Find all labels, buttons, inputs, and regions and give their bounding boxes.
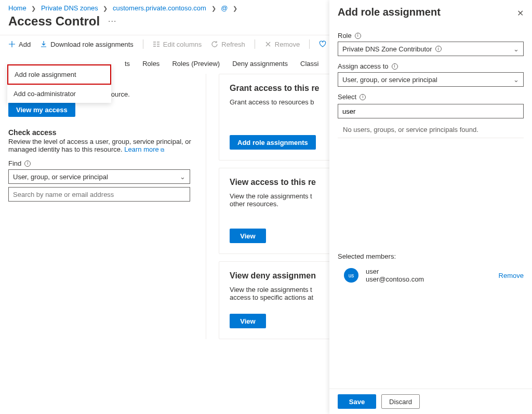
learn-more-label: Learn more bbox=[124, 145, 158, 153]
tab-classic-cut[interactable]: Classi bbox=[300, 55, 318, 73]
breadcrumb-home[interactable]: Home bbox=[8, 4, 26, 12]
assign-select-value: User, group, or service principal bbox=[342, 76, 437, 84]
tab-deny-assignments[interactable]: Deny assignments bbox=[232, 55, 288, 73]
refresh-button[interactable]: Refresh bbox=[211, 41, 245, 48]
columns-icon bbox=[153, 41, 160, 48]
find-label: Find i bbox=[8, 159, 193, 167]
chevron-down-icon: ⌄ bbox=[180, 173, 185, 181]
info-icon[interactable]: i bbox=[360, 94, 366, 100]
edit-columns-label: Edit columns bbox=[163, 41, 202, 48]
close-icon[interactable]: ✕ bbox=[517, 8, 524, 18]
chevron-down-icon: ⌄ bbox=[513, 76, 519, 84]
find-label-text: Find bbox=[8, 159, 21, 167]
role-select[interactable]: Private DNS Zone Contributori ⌄ bbox=[338, 42, 524, 56]
panel-footer: Save Discard bbox=[329, 389, 532, 414]
role-select-value: Private DNS Zone Contributor bbox=[342, 45, 432, 53]
chevron-right-icon: ❯ bbox=[211, 5, 216, 12]
member-email: user@contoso.com bbox=[366, 275, 424, 283]
more-icon[interactable]: ··· bbox=[108, 17, 116, 26]
role-label-text: Role bbox=[338, 32, 352, 39]
tab-roles-preview[interactable]: Roles (Preview) bbox=[172, 55, 220, 73]
learn-more-link[interactable]: Learn more⧉ bbox=[124, 145, 164, 153]
plus-icon bbox=[8, 41, 16, 48]
breadcrumb-dns-zones[interactable]: Private DNS zones bbox=[41, 4, 98, 12]
card-desc-line2: access to specific actions at bbox=[230, 293, 313, 301]
add-role-assignment-panel: Add role assignment ✕ Role i Private DNS… bbox=[329, 0, 532, 414]
menu-add-co-administrator[interactable]: Add co-administrator bbox=[7, 85, 111, 103]
view-my-access-button[interactable]: View my access bbox=[8, 102, 75, 117]
refresh-icon bbox=[211, 41, 218, 48]
save-button[interactable]: Save bbox=[338, 394, 376, 409]
heart-icon bbox=[319, 41, 326, 48]
chevron-right-icon: ❯ bbox=[233, 5, 237, 12]
left-column: My access View my level of access to thi… bbox=[8, 74, 206, 339]
separator bbox=[143, 39, 143, 49]
select-input[interactable] bbox=[338, 104, 524, 118]
selected-members-label: Selected members: bbox=[338, 252, 524, 260]
remove-button[interactable]: Remove bbox=[264, 41, 300, 48]
card-desc-line2: other resources. bbox=[230, 200, 278, 208]
member-info: user user@contoso.com bbox=[366, 268, 424, 283]
add-dropdown: Add role assignment Add co-administrator bbox=[7, 64, 111, 103]
find-select-value: User, group, or service principal bbox=[13, 173, 108, 181]
refresh-label: Refresh bbox=[221, 41, 245, 48]
info-icon[interactable]: i bbox=[355, 33, 361, 39]
breadcrumb-at[interactable]: @ bbox=[221, 4, 228, 12]
add-button[interactable]: Add bbox=[8, 41, 31, 48]
breadcrumb-zone[interactable]: customers.private.contoso.com bbox=[113, 4, 206, 12]
add-role-assignments-button[interactable]: Add role assignments bbox=[230, 135, 316, 150]
find-search-input[interactable] bbox=[8, 187, 190, 202]
info-icon[interactable]: i bbox=[392, 63, 398, 70]
separator bbox=[255, 39, 255, 49]
check-access-desc: Review the level of access a user, group… bbox=[8, 138, 193, 153]
remove-label: Remove bbox=[275, 41, 300, 48]
member-name: user bbox=[366, 268, 424, 275]
info-icon[interactable]: i bbox=[24, 161, 31, 167]
check-access-title: Check access bbox=[8, 128, 193, 137]
edit-columns-button[interactable]: Edit columns bbox=[153, 41, 202, 48]
page-title: Access Control bbox=[8, 14, 100, 29]
remove-icon bbox=[264, 41, 272, 48]
external-link-icon: ⧉ bbox=[161, 147, 164, 153]
select-label-text: Select bbox=[338, 93, 356, 101]
selected-member-row: us user user@contoso.com Remove bbox=[338, 268, 524, 283]
card-desc-line1: View the role assignments t bbox=[230, 192, 312, 200]
chevron-right-icon: ❯ bbox=[31, 5, 36, 12]
no-results-text: No users, groups, or service principals … bbox=[343, 126, 524, 133]
feedback-button[interactable] bbox=[319, 41, 326, 48]
card-desc-line1: View the role assignments t bbox=[230, 286, 312, 293]
download-label: Download role assignments bbox=[50, 41, 134, 48]
chevron-down-icon: ⌄ bbox=[513, 45, 519, 53]
assign-access-label: Assign access to i bbox=[338, 62, 524, 70]
info-icon[interactable]: i bbox=[435, 46, 442, 52]
assign-label-text: Assign access to bbox=[338, 62, 389, 70]
separator bbox=[309, 39, 310, 49]
select-label: Select i bbox=[338, 93, 524, 101]
download-button[interactable]: Download role assignments bbox=[40, 41, 134, 48]
role-label: Role i bbox=[338, 32, 524, 39]
discard-button[interactable]: Discard bbox=[381, 394, 420, 409]
chevron-right-icon: ❯ bbox=[103, 5, 108, 12]
download-icon bbox=[40, 41, 47, 48]
assign-access-select[interactable]: User, group, or service principal ⌄ bbox=[338, 72, 524, 87]
panel-title: Add role assignment bbox=[338, 6, 441, 18]
avatar: us bbox=[344, 268, 358, 283]
tab-assignments-cut[interactable]: ts bbox=[125, 55, 130, 73]
tab-roles[interactable]: Roles bbox=[142, 55, 159, 73]
menu-add-role-assignment[interactable]: Add role assignment bbox=[7, 64, 111, 85]
view-access-button[interactable]: View bbox=[230, 229, 266, 243]
find-type-select[interactable]: User, group, or service principal ⌄ bbox=[8, 169, 190, 184]
remove-member-link[interactable]: Remove bbox=[499, 272, 524, 279]
view-deny-button[interactable]: View bbox=[230, 314, 266, 328]
divider bbox=[338, 138, 524, 138]
add-label: Add bbox=[19, 41, 31, 48]
